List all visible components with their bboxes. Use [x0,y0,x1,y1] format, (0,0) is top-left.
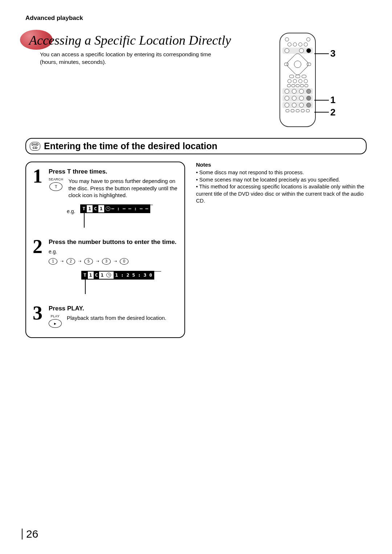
example-label: e.g. [49,249,178,254]
remote-row-highlight-1 [282,88,313,94]
arrow-icon: ➝ [114,259,117,264]
osd-c-val: 1 [99,272,105,279]
remote-row-highlight-2a [282,95,313,101]
num-button: 1 [49,258,57,265]
arrow-icon: ➝ [60,259,64,264]
step-1: 1 Press T three times. SEARCH T You may … [33,168,178,228]
content-columns: 1 Press T three times. SEARCH T You may … [25,162,367,338]
num-button: 0 [120,258,128,265]
osd-t: T [81,205,87,212]
clock-icon [106,206,110,211]
arrow-icon: ➝ [78,259,81,264]
note-item: Some scenes may not be located precisely… [196,176,367,184]
osd-t-val: 1 [87,205,93,212]
arrow-icon: ➝ [96,259,99,264]
osd-clock-seg [105,272,114,279]
num-button: 2 [66,258,75,265]
step-3: 3 Press PLAY. PLAY ▸ Playback starts fro… [33,305,178,328]
osd-display-2: T 1 C 1 1 : 2 5 : 3 0 [81,271,161,294]
step-number: 1 [33,168,45,228]
section-heading: Entering the time of the desired locatio… [44,141,217,151]
remote-diagram: 3 1 2 [279,33,367,127]
manual-page: Advanced playback Accessing a Specific L… [0,0,392,554]
osd-display-1: T 1 C 1 – : – – : – – [80,205,153,228]
media-cd: CD [32,146,38,150]
callout-2: 2 [330,107,335,118]
steps-box: 1 Press T three times. SEARCH T You may … [25,162,185,338]
osd-c: C [94,272,99,279]
note-item: This method for accessing specific locat… [196,183,367,205]
notes-heading: Notes [196,162,367,168]
play-icon: ▸ [49,319,62,328]
example-label: e.g. [67,208,75,214]
step-2: 2 Press the number buttons to enter the … [33,239,178,294]
page-description: You can access a specific location by en… [40,51,229,66]
media-badge: DVD CD [30,142,40,151]
step-text: You may have to press further depending … [69,178,178,199]
osd-time: 1 : 2 5 : 3 0 [114,272,154,279]
osd-c-val: 1 [98,205,104,212]
remote-row-highlight-2b [282,102,313,108]
notes-column: Notes Some discs may not respond to this… [196,162,367,205]
num-button: 5 [84,258,93,265]
button-glyph: T [49,182,62,191]
osd-time-seg: – : – – : – – [104,205,150,212]
clock-icon [106,273,111,277]
step-text: Playback starts from the desired locatio… [67,314,166,322]
callout-1: 1 [330,94,335,106]
osd-t-val: 1 [88,272,94,279]
note-item: Some discs may not respond to this proce… [196,169,367,176]
step-number: 3 [33,305,45,328]
button-label: SEARCH [49,178,64,181]
title-block: Accessing a Specific Location Directly Y… [25,33,272,66]
remote-row-highlight-3 [282,48,313,54]
step-title: Press T three times. [49,168,178,175]
remote-outline [279,33,316,127]
section-heading-box: DVD CD Entering the time of the desired … [25,138,367,154]
osd-c: C [93,205,98,212]
number-sequence: 1 ➝ 2 ➝ 5 ➝ 3 ➝ 0 [49,258,178,265]
osd-time: – : – – : – – [111,206,148,211]
section-header: Advanced playback [25,15,367,22]
play-button-icon: PLAY ▸ [49,314,62,328]
page-number: 26 [22,529,38,539]
step-title: Press PLAY. [49,305,178,312]
search-t-button-icon: SEARCH T [49,178,64,191]
step-number: 2 [33,239,45,294]
callout-3: 3 [330,48,335,59]
button-label: PLAY [51,314,60,318]
num-button: 3 [102,258,111,265]
osd-t: T [82,272,88,279]
step-title: Press the number buttons to enter the ti… [49,239,178,246]
title-row: Accessing a Specific Location Directly Y… [25,33,367,127]
page-title: Accessing a Specific Location Directly [25,33,272,48]
notes-list: Some discs may not respond to this proce… [196,169,367,205]
